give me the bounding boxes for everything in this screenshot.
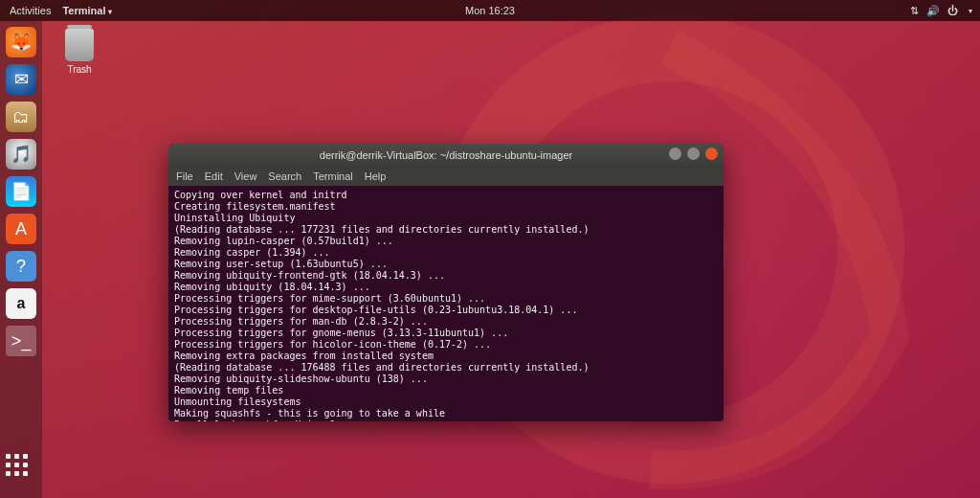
writer-icon[interactable]: 📄: [6, 176, 36, 207]
trash-icon: [65, 29, 94, 61]
terminal-icon[interactable]: >_: [6, 326, 36, 356]
terminal-menubar: File Edit View Search Terminal Help: [168, 167, 724, 186]
power-icon[interactable]: ⏻: [947, 5, 958, 16]
terminal-titlebar[interactable]: derrik@derrik-VirtualBox: ~/distroshare-…: [168, 144, 724, 167]
menu-view[interactable]: View: [234, 170, 257, 182]
menu-edit[interactable]: Edit: [205, 170, 223, 182]
help-icon[interactable]: ?: [6, 251, 36, 282]
menu-file[interactable]: File: [176, 170, 193, 182]
software-icon[interactable]: A: [6, 214, 36, 244]
trash-label: Trash: [56, 64, 103, 75]
terminal-window: derrik@derrik-VirtualBox: ~/distroshare-…: [168, 144, 724, 421]
trash-desktop-icon[interactable]: Trash: [56, 29, 103, 75]
menu-search[interactable]: Search: [268, 170, 301, 182]
show-applications-button[interactable]: [6, 454, 36, 485]
firefox-icon[interactable]: 🦊: [6, 27, 36, 57]
terminal-text: Copying over kernel and initrd Creating …: [174, 190, 635, 421]
terminal-output[interactable]: Copying over kernel and initrd Creating …: [168, 186, 724, 421]
thunderbird-icon[interactable]: ✉: [6, 64, 36, 95]
amazon-icon[interactable]: a: [6, 288, 36, 319]
clock[interactable]: Mon 16:23: [0, 5, 980, 16]
chevron-down-icon: ▾: [969, 7, 972, 15]
volume-icon[interactable]: 🔊: [926, 5, 940, 17]
window-close-button[interactable]: [705, 147, 718, 160]
top-bar: Activities Terminal▾ Mon 16:23 ⇅ 🔊 ⏻ ▾: [0, 0, 980, 21]
window-minimize-button[interactable]: [669, 147, 681, 160]
rhythmbox-icon[interactable]: 🎵: [6, 139, 36, 170]
network-icon[interactable]: ⇅: [910, 5, 919, 17]
window-maximize-button[interactable]: [687, 147, 700, 160]
dock: 🦊 ✉ 🗂 🎵 📄 A ? a >_: [0, 21, 42, 498]
files-icon[interactable]: 🗂: [6, 102, 36, 132]
menu-help[interactable]: Help: [365, 170, 387, 182]
terminal-title: derrik@derrik-VirtualBox: ~/distroshare-…: [320, 149, 572, 161]
menu-terminal[interactable]: Terminal: [313, 170, 353, 182]
